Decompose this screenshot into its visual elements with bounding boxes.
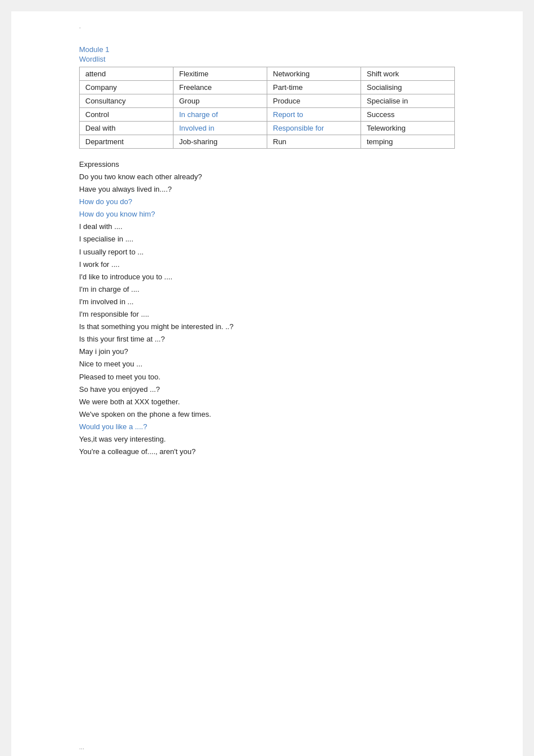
expressions-section: Expressions Do you two know each other a… [79, 160, 455, 458]
table-row: ConsultancyGroupProduceSpecialise in [80, 94, 455, 108]
expression-item: I usually report to ... [79, 246, 455, 258]
table-cell: Responsible for [267, 122, 361, 135]
dot-top: . [79, 23, 81, 29]
expression-item: I deal with .... [79, 221, 455, 233]
table-cell: Report to [267, 108, 361, 122]
table-cell: Department [80, 135, 173, 149]
table-row: CompanyFreelancePart-timeSocialising [80, 81, 455, 94]
table-cell: Part-time [267, 81, 361, 94]
expression-item: May i join you? [79, 345, 455, 358]
table-cell: Company [80, 81, 173, 94]
table-cell: In charge of [173, 108, 267, 122]
module-title: Module 1 [79, 45, 455, 54]
expression-item: Is this your first time at ...? [79, 333, 455, 345]
table-cell: Job-sharing [173, 135, 267, 149]
table-cell: Specialise in [361, 94, 455, 108]
table-cell: Involved in [173, 122, 267, 135]
table-cell: Consultancy [80, 94, 173, 108]
expressions-title: Expressions [79, 160, 455, 169]
wordlist-table: attendFlexitimeNetworkingShift workCompa… [79, 67, 455, 149]
expression-item: I'd like to introduce you to .... [79, 271, 455, 283]
table-cell: Teleworking [361, 122, 455, 135]
expression-item: I work for .... [79, 258, 455, 271]
expression-item: I'm responsible for .... [79, 308, 455, 321]
expression-item: I specialise in .... [79, 233, 455, 245]
table-row: Deal withInvolved inResponsible forTelew… [80, 122, 455, 135]
expression-item: We were both at XXX together. [79, 396, 455, 408]
expression-item: You're a colleague of...., aren't you? [79, 446, 455, 458]
table-row: DepartmentJob-sharingRuntemping [80, 135, 455, 149]
expression-item: How do you know him? [79, 208, 455, 221]
expression-item: I'm in charge of .... [79, 283, 455, 296]
expression-item: So have you enjoyed ...? [79, 383, 455, 396]
expression-item: Is that something you might be intereste… [79, 321, 455, 333]
table-cell: Deal with [80, 122, 173, 135]
expression-item: Nice to meet you ... [79, 358, 455, 370]
expression-item: How do you do? [79, 196, 455, 208]
expression-item: Would you like a ....? [79, 421, 455, 433]
table-cell: Shift work [361, 67, 455, 81]
table-cell: Control [80, 108, 173, 122]
expression-item: Have you always lived in....? [79, 183, 455, 196]
expression-item: I'm involved in ... [79, 296, 455, 308]
table-cell: Success [361, 108, 455, 122]
table-cell: temping [361, 135, 455, 149]
page: . Module 1 Wordlist attendFlexitimeNetwo… [11, 11, 523, 756]
table-row: ControlIn charge ofReport toSuccess [80, 108, 455, 122]
table-cell: Freelance [173, 81, 267, 94]
expression-item: We've spoken on the phone a few times. [79, 408, 455, 421]
table-cell: attend [80, 67, 173, 81]
table-cell: Flexitime [173, 67, 267, 81]
dot-bottom: ... [79, 744, 84, 750]
wordlist-title: Wordlist [79, 55, 455, 63]
expression-item: Yes,it was very interesting. [79, 433, 455, 446]
expression-item: Pleased to meet you too. [79, 371, 455, 383]
table-cell: Produce [267, 94, 361, 108]
table-row: attendFlexitimeNetworkingShift work [80, 67, 455, 81]
expression-item: Do you two know each other already? [79, 171, 455, 183]
table-cell: Run [267, 135, 361, 149]
table-cell: Networking [267, 67, 361, 81]
expressions-list: Do you two know each other already?Have … [79, 171, 455, 458]
table-cell: Socialising [361, 81, 455, 94]
table-cell: Group [173, 94, 267, 108]
